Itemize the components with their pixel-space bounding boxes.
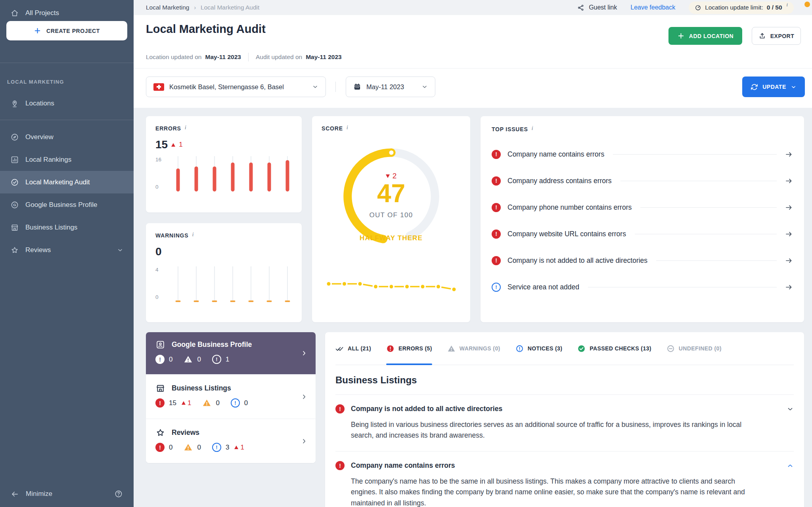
tab-errors[interactable]: ERRORS (5): [386, 332, 432, 365]
compass-icon: [10, 133, 19, 142]
warnings-card: WARNINGSi 0 4 0: [146, 223, 302, 322]
sidebar-item-local-marketing-audit[interactable]: Local Marketing Audit: [0, 171, 134, 193]
top-issue-row[interactable]: ! Company address contains errors: [492, 170, 793, 191]
issue-title: Company name contains errors: [351, 461, 455, 470]
leader-line: [613, 154, 777, 155]
sidebar-item-label: Local Marketing Audit: [25, 178, 90, 186]
location-updated-label: Location updated on: [146, 54, 201, 61]
warnings-count: 0: [184, 443, 201, 452]
top-issues-card: TOP ISSUESi ! Company name contains erro…: [481, 116, 804, 322]
breadcrumb-parent[interactable]: Local Marketing: [146, 4, 189, 11]
issue-header[interactable]: ! Company name contains errors: [335, 461, 794, 470]
sidebar-divider: [0, 120, 134, 120]
top-issue-row[interactable]: ! Company is not added to all active dir…: [492, 250, 793, 271]
speedometer-icon: [695, 4, 701, 11]
location-update-limit-pill: Location update limit: 0 / 50 i: [689, 2, 794, 14]
y-axis-min: 0: [155, 184, 167, 190]
info-icon[interactable]: i: [787, 2, 788, 8]
location-selector[interactable]: Kosmetik Basel, Sternengasse 6, Basel: [146, 77, 326, 97]
topbar-actions: Guest link Leave feedback Location updat…: [577, 2, 794, 14]
warnings-bars: [167, 268, 292, 302]
info-icon[interactable]: i: [185, 124, 186, 131]
sidebar-item-local-rankings[interactable]: Local Rankings: [0, 148, 134, 171]
chevron-right-icon: [301, 350, 308, 357]
info-icon[interactable]: i: [347, 124, 348, 131]
issue-item: ! Company is not added to all active dir…: [335, 394, 794, 451]
star-icon: [155, 428, 165, 438]
errors-delta: 1: [179, 141, 182, 149]
errors-card-label: ERRORS: [155, 125, 181, 132]
tab-all[interactable]: ALL (21): [335, 332, 371, 365]
notification-beacon[interactable]: [804, 2, 810, 7]
profile-card-icon: [155, 340, 165, 350]
nav-card-google-business-profile[interactable]: Google Business Profile !0 0 !1: [146, 332, 316, 374]
notices-count: !1: [212, 355, 229, 364]
sidebar-item-label: Overview: [25, 133, 54, 141]
arrow-right-icon: [785, 177, 793, 185]
date-selector[interactable]: May-11 2023: [346, 77, 435, 97]
tab-undefined[interactable]: UNDEFINED (0): [666, 332, 722, 365]
sidebar-item-locations[interactable]: Locations: [0, 94, 134, 113]
notice-icon: [515, 344, 524, 353]
leave-feedback-link[interactable]: Leave feedback: [630, 4, 675, 11]
divider: [335, 82, 336, 92]
top-issue-text: Service area not added: [508, 283, 579, 291]
check-circle-icon: [10, 178, 19, 187]
info-icon[interactable]: i: [532, 125, 533, 132]
nav-card-reviews[interactable]: Reviews !0 0 !31: [146, 419, 316, 463]
chevron-down-icon[interactable]: [787, 406, 794, 413]
tab-passed-checks[interactable]: PASSED CHECKS (13): [577, 332, 651, 365]
location-pin-icon: [10, 99, 19, 108]
sidebar-item-business-listings[interactable]: Business Listings: [0, 216, 134, 239]
top-issue-row[interactable]: ! Company name contains errors: [492, 144, 793, 165]
home-icon: [10, 9, 19, 17]
delta-up-icon: [182, 401, 186, 405]
score-card: SCOREi 2 47 OUT OF 100 HALFWAY THERE: [312, 116, 470, 322]
category-nav-stack: Google Business Profile !0 0 !1 Business…: [146, 332, 316, 463]
issue-description: Being listed in various business directo…: [351, 419, 759, 441]
warning-icon: [202, 398, 211, 408]
export-button[interactable]: EXPORT: [752, 27, 801, 45]
error-icon: !: [492, 256, 501, 265]
create-project-button[interactable]: CREATE PROJECT: [6, 21, 127, 40]
info-icon[interactable]: i: [192, 231, 193, 238]
errors-value: 15: [155, 138, 168, 151]
arrow-right-icon: [785, 230, 793, 238]
guest-link-button[interactable]: Guest link: [577, 4, 617, 11]
add-location-button[interactable]: ADD LOCATION: [668, 27, 742, 45]
top-issue-row[interactable]: ! Company phone number contains errors: [492, 197, 793, 218]
minimize-label[interactable]: Minimize: [26, 490, 52, 498]
top-issues-label: TOP ISSUES: [492, 126, 528, 132]
tab-notices[interactable]: NOTICES (3): [515, 332, 563, 365]
top-issue-row[interactable]: ! Company website URL contains errors: [492, 224, 793, 244]
chevron-up-icon[interactable]: [787, 462, 794, 469]
sidebar-item-overview[interactable]: Overview: [0, 126, 134, 148]
issue-description: The company's name has to be the same in…: [351, 476, 759, 507]
top-issue-text: Company phone number contains errors: [508, 203, 632, 212]
sidebar-item-google-business-profile[interactable]: G Google Business Profile: [0, 193, 134, 216]
double-check-icon: [335, 344, 344, 353]
top-issue-row[interactable]: ! Service area not added: [492, 277, 793, 297]
issue-header[interactable]: ! Company is not added to all active dir…: [335, 404, 794, 413]
arrow-left-icon[interactable]: [11, 490, 19, 498]
update-button[interactable]: UPDATE: [742, 77, 805, 97]
error-icon: !: [155, 355, 165, 364]
sidebar-item-label: Reviews: [25, 246, 51, 254]
help-icon[interactable]: [114, 490, 123, 498]
audit-updated-label: Audit updated on: [256, 54, 302, 61]
refresh-icon: [751, 83, 758, 91]
sidebar-item-reviews[interactable]: Reviews: [0, 239, 134, 261]
top-issue-text: Company name contains errors: [508, 150, 604, 159]
leader-line: [620, 181, 777, 181]
calendar-icon: [353, 83, 361, 91]
arrow-right-icon: [785, 203, 793, 212]
notices-count: !31: [212, 443, 244, 452]
tab-warnings[interactable]: WARNINGS (0): [447, 332, 500, 365]
nav-card-business-listings[interactable]: Business Listings !151 0 !0: [146, 374, 316, 419]
sidebar-divider: [0, 63, 134, 63]
page-title: Local Marketing Audit: [146, 23, 266, 36]
sidebar-item-label: Google Business Profile: [25, 201, 97, 209]
error-icon: !: [492, 150, 501, 159]
issue-item: ! Company name contains errors The compa…: [335, 451, 794, 507]
sidebar-item-all-projects[interactable]: All Projects: [0, 6, 134, 21]
